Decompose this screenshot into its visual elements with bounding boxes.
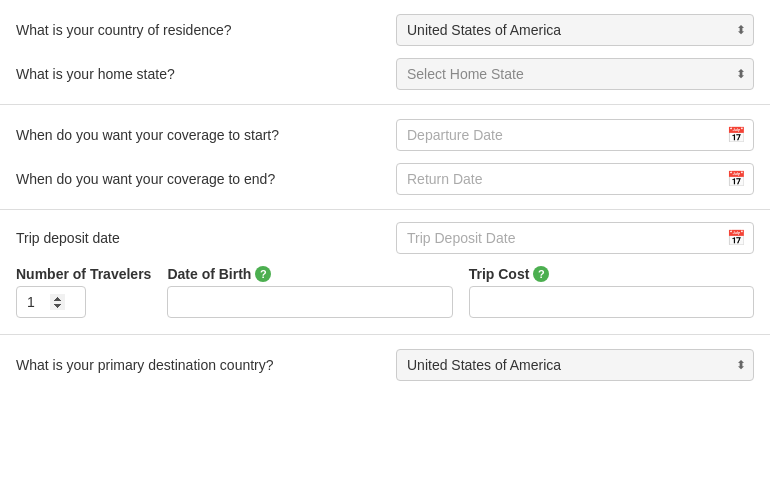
trip-deposit-control: 📅 <box>396 222 754 254</box>
trip-deposit-input[interactable] <box>396 222 754 254</box>
destination-section: What is your primary destination country… <box>0 335 770 395</box>
residence-section: What is your country of residence? Unite… <box>0 0 770 105</box>
departure-date-wrapper: 📅 <box>396 119 754 151</box>
country-control: United States of America ⬍ <box>396 14 754 46</box>
coverage-start-label: When do you want your coverage to start? <box>16 127 396 143</box>
country-label: What is your country of residence? <box>16 22 396 38</box>
travelers-group: Number of Travelers <box>16 266 151 318</box>
country-select[interactable]: United States of America <box>396 14 754 46</box>
destination-control: United States of America ⬍ <box>396 349 754 381</box>
coverage-section: When do you want your coverage to start?… <box>0 105 770 210</box>
tripcost-group: Trip Cost ? <box>469 266 754 318</box>
return-date-input[interactable] <box>396 163 754 195</box>
home-state-control: Select Home State ⬍ <box>396 58 754 90</box>
country-select-wrapper: United States of America ⬍ <box>396 14 754 46</box>
travelers-input-wrapper <box>16 286 86 318</box>
trip-deposit-row: Trip deposit date 📅 <box>16 220 754 256</box>
tripcost-field-label: Trip Cost ? <box>469 266 754 282</box>
travelers-label-text: Number of Travelers <box>16 266 151 282</box>
country-row: What is your country of residence? Unite… <box>16 12 754 48</box>
form-container: What is your country of residence? Unite… <box>0 0 770 395</box>
dob-group: Date of Birth ? <box>167 266 452 318</box>
coverage-end-row: When do you want your coverage to end? 📅 <box>16 161 754 197</box>
dob-help-icon[interactable]: ? <box>255 266 271 282</box>
tripcost-help-icon[interactable]: ? <box>533 266 549 282</box>
destination-row: What is your primary destination country… <box>16 347 754 383</box>
travelers-row: Number of Travelers Date of Birth ? Trip… <box>16 266 754 318</box>
home-state-label: What is your home state? <box>16 66 396 82</box>
dob-input[interactable] <box>167 286 452 318</box>
home-state-select-wrapper: Select Home State ⬍ <box>396 58 754 90</box>
trip-section: Trip deposit date 📅 Number of Travelers <box>0 210 770 335</box>
travelers-field-label: Number of Travelers <box>16 266 151 282</box>
tripcost-label-text: Trip Cost <box>469 266 530 282</box>
coverage-end-control: 📅 <box>396 163 754 195</box>
tripcost-input[interactable] <box>469 286 754 318</box>
return-date-wrapper: 📅 <box>396 163 754 195</box>
departure-date-input[interactable] <box>396 119 754 151</box>
coverage-start-row: When do you want your coverage to start?… <box>16 117 754 153</box>
home-state-row: What is your home state? Select Home Sta… <box>16 56 754 92</box>
travelers-input[interactable] <box>16 286 86 318</box>
destination-select[interactable]: United States of America <box>396 349 754 381</box>
coverage-start-control: 📅 <box>396 119 754 151</box>
dob-label-text: Date of Birth <box>167 266 251 282</box>
dob-field-label: Date of Birth ? <box>167 266 452 282</box>
destination-label: What is your primary destination country… <box>16 357 396 373</box>
trip-deposit-wrapper: 📅 <box>396 222 754 254</box>
home-state-select[interactable]: Select Home State <box>396 58 754 90</box>
destination-select-wrapper: United States of America ⬍ <box>396 349 754 381</box>
coverage-end-label: When do you want your coverage to end? <box>16 171 396 187</box>
trip-deposit-label: Trip deposit date <box>16 230 396 246</box>
